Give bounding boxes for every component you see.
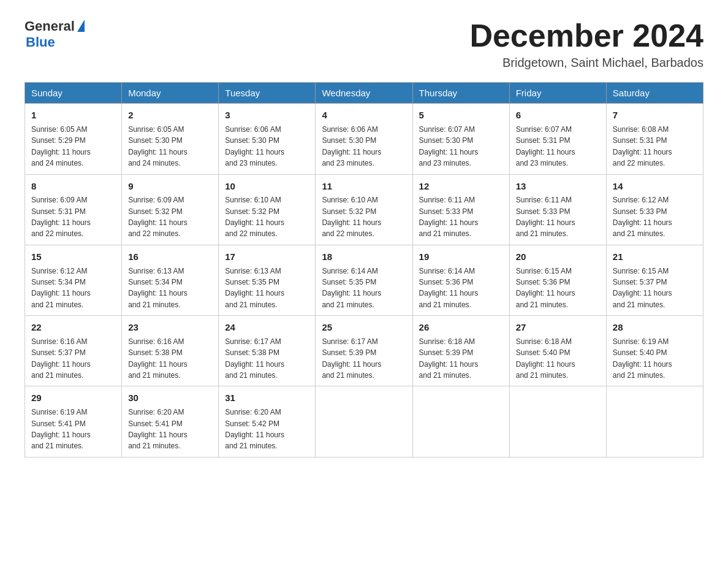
logo-triangle-icon bbox=[77, 20, 85, 32]
day-number: 29 bbox=[31, 391, 115, 405]
day-info: Sunrise: 6:15 AMSunset: 5:37 PMDaylight:… bbox=[613, 267, 672, 309]
table-row: 6Sunrise: 6:07 AMSunset: 5:31 PMDaylight… bbox=[509, 104, 606, 174]
day-info: Sunrise: 6:06 AMSunset: 5:30 PMDaylight:… bbox=[322, 125, 381, 167]
day-number: 27 bbox=[516, 321, 600, 334]
table-row bbox=[606, 386, 703, 457]
day-info: Sunrise: 6:09 AMSunset: 5:31 PMDaylight:… bbox=[31, 196, 91, 238]
day-number: 1 bbox=[31, 109, 115, 122]
day-number: 19 bbox=[419, 250, 503, 264]
day-info: Sunrise: 6:06 AMSunset: 5:30 PMDaylight:… bbox=[225, 125, 284, 167]
day-info: Sunrise: 6:05 AMSunset: 5:29 PMDaylight:… bbox=[31, 125, 91, 167]
table-row: 29Sunrise: 6:19 AMSunset: 5:41 PMDayligh… bbox=[25, 386, 122, 457]
day-number: 11 bbox=[322, 180, 406, 193]
day-info: Sunrise: 6:19 AMSunset: 5:41 PMDaylight:… bbox=[31, 408, 91, 450]
day-number: 20 bbox=[516, 250, 600, 264]
day-number: 23 bbox=[128, 321, 212, 334]
col-friday: Friday bbox=[509, 83, 606, 104]
day-info: Sunrise: 6:11 AMSunset: 5:33 PMDaylight:… bbox=[516, 196, 575, 238]
day-info: Sunrise: 6:07 AMSunset: 5:31 PMDaylight:… bbox=[516, 125, 575, 167]
day-number: 15 bbox=[31, 250, 115, 264]
table-row: 4Sunrise: 6:06 AMSunset: 5:30 PMDaylight… bbox=[316, 104, 412, 174]
logo: General Blue bbox=[25, 18, 85, 50]
day-info: Sunrise: 6:05 AMSunset: 5:30 PMDaylight:… bbox=[128, 125, 188, 167]
day-info: Sunrise: 6:18 AMSunset: 5:39 PMDaylight:… bbox=[419, 337, 479, 380]
col-sunday: Sunday bbox=[25, 83, 122, 104]
table-row: 11Sunrise: 6:10 AMSunset: 5:32 PMDayligh… bbox=[316, 174, 412, 245]
table-row: 14Sunrise: 6:12 AMSunset: 5:33 PMDayligh… bbox=[606, 174, 703, 245]
table-row: 12Sunrise: 6:11 AMSunset: 5:33 PMDayligh… bbox=[412, 174, 509, 245]
table-row: 31Sunrise: 6:20 AMSunset: 5:42 PMDayligh… bbox=[219, 386, 316, 457]
day-info: Sunrise: 6:20 AMSunset: 5:42 PMDaylight:… bbox=[225, 408, 284, 450]
day-number: 5 bbox=[419, 109, 503, 122]
day-info: Sunrise: 6:13 AMSunset: 5:35 PMDaylight:… bbox=[225, 267, 284, 309]
col-wednesday: Wednesday bbox=[316, 83, 412, 104]
table-row: 8Sunrise: 6:09 AMSunset: 5:31 PMDaylight… bbox=[25, 174, 122, 245]
day-info: Sunrise: 6:14 AMSunset: 5:35 PMDaylight:… bbox=[322, 267, 381, 309]
day-info: Sunrise: 6:15 AMSunset: 5:36 PMDaylight:… bbox=[516, 267, 575, 309]
table-row bbox=[316, 386, 412, 457]
page-header: General Blue December 2024 Bridgetown, S… bbox=[25, 18, 703, 70]
table-row bbox=[509, 386, 606, 457]
day-info: Sunrise: 6:12 AMSunset: 5:34 PMDaylight:… bbox=[31, 267, 91, 309]
table-row: 23Sunrise: 6:16 AMSunset: 5:38 PMDayligh… bbox=[122, 316, 219, 386]
day-number: 2 bbox=[128, 109, 212, 122]
day-number: 8 bbox=[31, 180, 115, 193]
day-number: 9 bbox=[128, 180, 212, 193]
table-row: 9Sunrise: 6:09 AMSunset: 5:32 PMDaylight… bbox=[122, 174, 219, 245]
day-number: 10 bbox=[225, 180, 309, 193]
calendar-week-row: 8Sunrise: 6:09 AMSunset: 5:31 PMDaylight… bbox=[25, 174, 703, 245]
table-row: 3Sunrise: 6:06 AMSunset: 5:30 PMDaylight… bbox=[219, 104, 316, 174]
calendar-week-row: 15Sunrise: 6:12 AMSunset: 5:34 PMDayligh… bbox=[25, 245, 703, 315]
table-row: 20Sunrise: 6:15 AMSunset: 5:36 PMDayligh… bbox=[509, 245, 606, 315]
day-info: Sunrise: 6:13 AMSunset: 5:34 PMDaylight:… bbox=[128, 267, 188, 309]
table-row: 30Sunrise: 6:20 AMSunset: 5:41 PMDayligh… bbox=[122, 386, 219, 457]
location-subtitle: Bridgetown, Saint Michael, Barbados bbox=[469, 56, 703, 70]
day-number: 12 bbox=[419, 180, 503, 193]
day-number: 6 bbox=[516, 109, 600, 122]
table-row: 1Sunrise: 6:05 AMSunset: 5:29 PMDaylight… bbox=[25, 104, 122, 174]
col-tuesday: Tuesday bbox=[219, 83, 316, 104]
day-info: Sunrise: 6:08 AMSunset: 5:31 PMDaylight:… bbox=[613, 125, 672, 167]
day-info: Sunrise: 6:20 AMSunset: 5:41 PMDaylight:… bbox=[128, 408, 188, 450]
day-number: 3 bbox=[225, 109, 309, 122]
table-row: 17Sunrise: 6:13 AMSunset: 5:35 PMDayligh… bbox=[219, 245, 316, 315]
table-row: 24Sunrise: 6:17 AMSunset: 5:38 PMDayligh… bbox=[219, 316, 316, 386]
table-row: 21Sunrise: 6:15 AMSunset: 5:37 PMDayligh… bbox=[606, 245, 703, 315]
calendar-header-row: Sunday Monday Tuesday Wednesday Thursday… bbox=[25, 83, 703, 104]
day-number: 17 bbox=[225, 250, 309, 264]
table-row: 27Sunrise: 6:18 AMSunset: 5:40 PMDayligh… bbox=[509, 316, 606, 386]
day-info: Sunrise: 6:12 AMSunset: 5:33 PMDaylight:… bbox=[613, 196, 672, 238]
day-number: 26 bbox=[419, 321, 503, 334]
day-info: Sunrise: 6:19 AMSunset: 5:40 PMDaylight:… bbox=[613, 337, 672, 380]
title-section: December 2024 Bridgetown, Saint Michael,… bbox=[469, 18, 703, 70]
day-number: 16 bbox=[128, 250, 212, 264]
day-info: Sunrise: 6:16 AMSunset: 5:38 PMDaylight:… bbox=[128, 337, 188, 380]
month-year-title: December 2024 bbox=[469, 18, 703, 53]
table-row: 10Sunrise: 6:10 AMSunset: 5:32 PMDayligh… bbox=[219, 174, 316, 245]
day-info: Sunrise: 6:14 AMSunset: 5:36 PMDaylight:… bbox=[419, 267, 479, 309]
table-row: 16Sunrise: 6:13 AMSunset: 5:34 PMDayligh… bbox=[122, 245, 219, 315]
day-number: 31 bbox=[225, 391, 309, 405]
day-number: 28 bbox=[613, 321, 697, 334]
table-row: 15Sunrise: 6:12 AMSunset: 5:34 PMDayligh… bbox=[25, 245, 122, 315]
table-row: 22Sunrise: 6:16 AMSunset: 5:37 PMDayligh… bbox=[25, 316, 122, 386]
table-row: 5Sunrise: 6:07 AMSunset: 5:30 PMDaylight… bbox=[412, 104, 509, 174]
day-number: 30 bbox=[128, 391, 212, 405]
calendar-table: Sunday Monday Tuesday Wednesday Thursday… bbox=[25, 82, 703, 458]
table-row: 2Sunrise: 6:05 AMSunset: 5:30 PMDaylight… bbox=[122, 104, 219, 174]
day-number: 22 bbox=[31, 321, 115, 334]
table-row: 18Sunrise: 6:14 AMSunset: 5:35 PMDayligh… bbox=[316, 245, 412, 315]
day-number: 21 bbox=[613, 250, 697, 264]
table-row: 25Sunrise: 6:17 AMSunset: 5:39 PMDayligh… bbox=[316, 316, 412, 386]
logo-general-text: General bbox=[25, 18, 75, 34]
day-info: Sunrise: 6:10 AMSunset: 5:32 PMDaylight:… bbox=[322, 196, 381, 238]
calendar-week-row: 29Sunrise: 6:19 AMSunset: 5:41 PMDayligh… bbox=[25, 386, 703, 457]
table-row: 28Sunrise: 6:19 AMSunset: 5:40 PMDayligh… bbox=[606, 316, 703, 386]
col-monday: Monday bbox=[122, 83, 219, 104]
table-row: 7Sunrise: 6:08 AMSunset: 5:31 PMDaylight… bbox=[606, 104, 703, 174]
day-info: Sunrise: 6:10 AMSunset: 5:32 PMDaylight:… bbox=[225, 196, 284, 238]
day-number: 4 bbox=[322, 109, 406, 122]
day-number: 7 bbox=[613, 109, 697, 122]
table-row bbox=[412, 386, 509, 457]
day-info: Sunrise: 6:18 AMSunset: 5:40 PMDaylight:… bbox=[516, 337, 575, 380]
